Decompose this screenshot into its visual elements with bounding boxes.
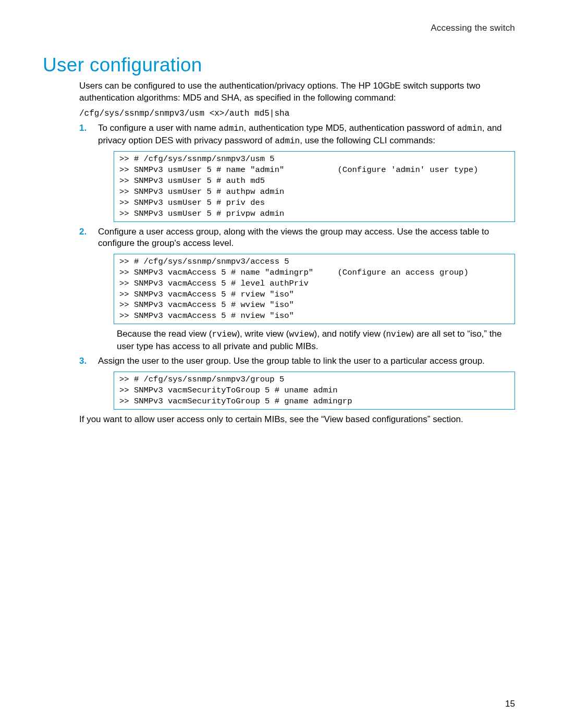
- step-1-text-part-6: , use the following CLI commands:: [300, 135, 435, 145]
- step-2-after-code-1: rview: [212, 330, 237, 339]
- step-2-after-part-0: Because the read view (: [117, 329, 212, 339]
- step-2-after-part-4: ), and notify view (: [314, 329, 386, 339]
- step-1-text: To configure a user with name admin, aut…: [98, 122, 515, 147]
- step-2-after-part-2: ), write view (: [237, 329, 289, 339]
- step-1-code-inline-1: admin: [219, 124, 244, 133]
- steps-list: 1. To configure a user with name admin, …: [79, 122, 515, 409]
- page: Accessing the switch User configuration …: [0, 0, 563, 728]
- intro-command: /cfg/sys/ssnmp/snmpv3/usm <x>/auth md5|s…: [79, 108, 515, 120]
- page-number: 15: [505, 699, 515, 709]
- step-2-text: Configure a user access group, along wit…: [98, 226, 515, 250]
- step-3-text-part-0: Assign the user to the user group. Use t…: [98, 356, 485, 366]
- step-3-marker: 3.: [79, 355, 87, 367]
- step-2-after-text: Because the read view (rview), write vie…: [117, 328, 515, 352]
- step-1-text-part-2: , authentication type MD5, authenticatio…: [244, 123, 457, 133]
- step-1: 1. To configure a user with name admin, …: [79, 122, 515, 221]
- step-1-code-block: >> # /cfg/sys/ssnmp/snmpv3/usm 5 >> SNMP…: [114, 151, 515, 222]
- step-1-marker: 1.: [79, 122, 87, 134]
- intro-paragraph: Users can be configured to use the authe…: [79, 80, 515, 104]
- step-3-code-block: >> # /cfg/sys/ssnmp/snmpv3/group 5 >> SN…: [114, 372, 515, 410]
- step-3: 3. Assign the user to the user group. Us…: [79, 355, 515, 409]
- running-head: Accessing the switch: [43, 23, 515, 33]
- step-1-code-inline-5: admin: [275, 137, 300, 146]
- step-2-text-part-0: Configure a user access group, along wit…: [98, 227, 489, 249]
- step-2-after-code-3: wview: [289, 330, 314, 339]
- body-block: Users can be configured to use the authe…: [79, 80, 515, 425]
- step-1-text-part-0: To configure a user with name: [98, 123, 219, 133]
- section-title: User configuration: [43, 54, 515, 76]
- step-3-text: Assign the user to the user group. Use t…: [98, 355, 515, 367]
- closing-paragraph: If you want to allow user access only to…: [79, 414, 515, 426]
- step-2-after-code-5: nview: [386, 330, 411, 339]
- step-1-code-inline-3: admin: [457, 124, 482, 133]
- step-2-marker: 2.: [79, 226, 87, 238]
- step-2: 2. Configure a user access group, along …: [79, 226, 515, 353]
- step-2-code-block: >> # /cfg/sys/ssnmp/snmpv3/access 5 >> S…: [114, 254, 515, 325]
